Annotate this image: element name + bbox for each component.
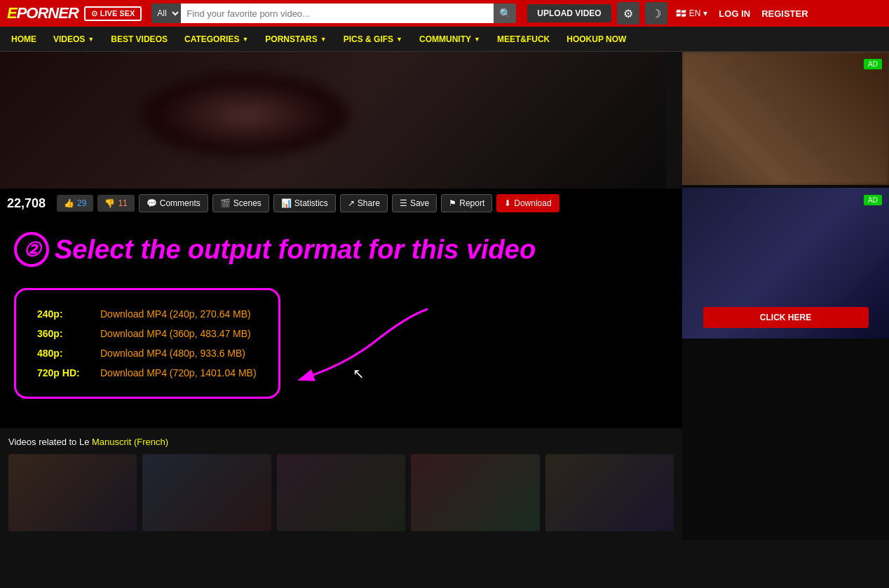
report-icon: ⚑	[449, 198, 456, 208]
related-video-2[interactable]	[142, 454, 271, 531]
ad-badge-1: AD	[864, 59, 882, 69]
sidebar: AD AD CLICK HERE	[682, 52, 889, 540]
related-grid	[8, 454, 674, 531]
upload-video-button[interactable]: UPLOAD VIDEO	[527, 4, 611, 22]
like-button[interactable]: 👍 29	[57, 195, 93, 212]
related-video-5[interactable]	[545, 454, 674, 531]
download-option-row: 240p:Download MP4 (240p, 270.64 MB)	[37, 304, 257, 324]
dropdown-arrow-icon: ▼	[88, 36, 94, 43]
comment-icon: 💬	[147, 198, 157, 208]
thumbup-icon: 👍	[64, 198, 74, 208]
site-logo[interactable]: EPORNER	[7, 4, 79, 22]
settings-button[interactable]: ⚙	[617, 2, 639, 25]
download-resolution-label: 720p HD:	[37, 367, 93, 378]
share-icon: ↗	[348, 198, 355, 208]
dislike-button[interactable]: 👎 11	[97, 195, 134, 212]
video-area: 22,708 👍 29 👎 11 💬 Comments 🎬 Scenes 📊 S…	[0, 52, 682, 540]
dropdown-arrow-icon: ▼	[474, 36, 480, 43]
search-icon: 🔍	[499, 8, 511, 19]
dropdown-arrow-icon: ▼	[396, 36, 402, 43]
related-video-3[interactable]	[277, 454, 405, 531]
download-icon: ⬇	[504, 198, 511, 208]
nav-item-meet-fuck[interactable]: MEET&FUCK	[489, 27, 558, 52]
download-link-1[interactable]: Download MP4 (360p, 483.47 MB)	[100, 328, 251, 339]
video-controls-bar: 22,708 👍 29 👎 11 💬 Comments 🎬 Scenes 📊 S…	[0, 189, 682, 218]
download-section: ② Select the output format for this vide…	[0, 218, 682, 428]
download-link-0[interactable]: Download MP4 (240p, 270.64 MB)	[100, 308, 251, 320]
download-link-2[interactable]: Download MP4 (480p, 933.6 MB)	[100, 348, 245, 359]
statistics-button[interactable]: 📊 Statistics	[273, 194, 336, 212]
nav-item-community[interactable]: COMMUNITY▼	[411, 27, 489, 52]
download-resolution-label: 480p:	[37, 348, 93, 359]
dropdown-arrow-icon: ▼	[242, 36, 248, 43]
thumbdown-icon: 👎	[104, 198, 115, 208]
download-resolution-label: 240p:	[37, 308, 93, 320]
download-resolution-label: 360p:	[37, 328, 93, 339]
step-heading: ② Select the output format for this vide…	[14, 232, 682, 267]
save-button[interactable]: ☰ Save	[392, 194, 437, 212]
search-input[interactable]	[181, 4, 494, 23]
stats-icon: 📊	[281, 198, 292, 208]
logo-e: E	[7, 4, 17, 22]
view-count: 22,708	[0, 196, 53, 211]
download-option-row: 720p HD:Download MP4 (720p, 1401.04 MB)	[37, 363, 257, 383]
nav-item-categories[interactable]: CATEGORIES▼	[176, 27, 257, 52]
register-button[interactable]: REGISTER	[761, 8, 808, 19]
download-option-row: 480p:Download MP4 (480p, 933.6 MB)	[37, 343, 257, 363]
download-options-wrapper: 240p:Download MP4 (240p, 270.64 MB)360p:…	[14, 288, 280, 399]
cursor-icon: ↖	[353, 365, 365, 382]
related-title: Videos related to Le Manuscrit (French)	[8, 437, 674, 447]
ad-badge-2: AD	[864, 195, 882, 205]
download-options-box: 240p:Download MP4 (240p, 270.64 MB)360p:…	[14, 288, 280, 399]
dropdown-arrow-icon: ▼	[320, 36, 327, 43]
nav-item-videos[interactable]: VIDEOS▼	[45, 27, 102, 52]
nav-item-pics---gifs[interactable]: PICS & GIFS▼	[335, 27, 411, 52]
nav-item-hookup-now[interactable]: HOOKUP NOW	[558, 27, 634, 52]
sidebar-ad-1[interactable]: AD	[682, 52, 889, 185]
nav-item-pornstars[interactable]: PORNSTARS▼	[257, 27, 334, 52]
navigation-bar: HOMEVIDEOS▼BEST VIDEOSCATEGORIES▼PORNSTA…	[0, 27, 889, 52]
download-option-row: 360p:Download MP4 (360p, 483.47 MB)	[37, 324, 257, 343]
save-icon: ☰	[400, 198, 407, 208]
search-form: All 🔍	[151, 4, 516, 23]
video-thumbnail	[0, 52, 666, 189]
darkmode-button[interactable]: ☽	[645, 2, 667, 25]
related-videos-section: Videos related to Le Manuscrit (French)	[0, 428, 682, 540]
scenes-button[interactable]: 🎬 Scenes	[212, 194, 269, 212]
sidebar-ad-2[interactable]: AD CLICK HERE	[682, 188, 889, 339]
camera-icon: ⊙	[91, 9, 97, 18]
download-link-3[interactable]: Download MP4 (720p, 1401.04 MB)	[100, 367, 257, 378]
main-layout: 22,708 👍 29 👎 11 💬 Comments 🎬 Scenes 📊 S…	[0, 52, 889, 540]
download-button[interactable]: ⬇ Download	[496, 194, 559, 212]
search-category-select[interactable]: All	[151, 4, 181, 23]
step-number: ②	[14, 232, 49, 267]
ad-cta-button[interactable]: CLICK HERE	[703, 307, 869, 328]
report-button[interactable]: ⚑ Report	[441, 194, 492, 212]
flag-icon: 🏴󠁧󠁢󠁥󠁮󠁧󠁿	[676, 8, 686, 18]
related-video-1[interactable]	[8, 454, 137, 531]
scenes-icon: 🎬	[220, 198, 231, 208]
login-button[interactable]: LOG IN	[719, 8, 750, 19]
share-button[interactable]: ↗ Share	[340, 194, 388, 212]
video-player[interactable]	[0, 52, 666, 189]
nav-item-home[interactable]: HOME	[3, 27, 45, 52]
search-button[interactable]: 🔍	[494, 4, 516, 23]
live-sex-button[interactable]: ⊙ LIVE SEX	[84, 6, 142, 21]
related-video-4[interactable]	[411, 454, 539, 531]
language-selector[interactable]: 🏴󠁧󠁢󠁥󠁮󠁧󠁿 EN ▾	[676, 8, 708, 18]
comments-button[interactable]: 💬 Comments	[139, 194, 208, 212]
nav-item-best-videos[interactable]: BEST VIDEOS	[102, 27, 176, 52]
